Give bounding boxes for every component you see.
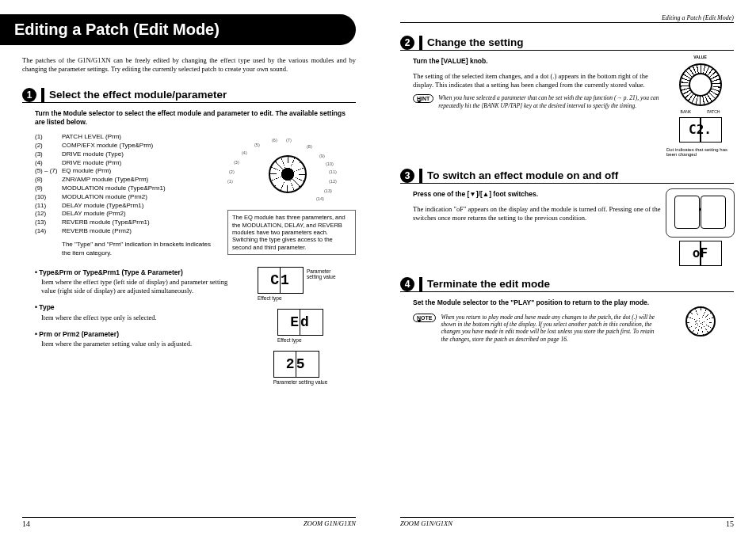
module-list-item: (13)REVERB module (Type&Prm1): [35, 219, 178, 227]
value-knob-icon: [679, 63, 722, 106]
step4-instruction: Set the Module selector to the "PLAY" po…: [413, 298, 662, 307]
caption-effect-type-1: Effect type: [258, 295, 304, 301]
footer-model-left: ZOOM G1N/G1XN: [304, 519, 356, 528]
step4-heading: 4 Terminate the edit mode: [400, 277, 734, 292]
selector-knob-icon: [269, 155, 307, 193]
module-list-item: (11)DELAY module (Type&Prm1): [35, 202, 178, 211]
step-3-badge: 3: [400, 169, 414, 183]
seg-display-c1: C1: [258, 267, 304, 294]
bullet-body: Item where the effect type only is selec…: [41, 314, 237, 322]
footer-left: 14 ZOOM G1N/G1XN: [22, 517, 356, 528]
step-2-badge: 2: [400, 36, 414, 50]
seg-display-c2: C2.: [679, 117, 722, 143]
step1-instruction: Turn the Module selector to select the e…: [35, 109, 356, 127]
bullet-heading: • Prm or Prm2 (Parameter): [35, 330, 237, 339]
step-1-title: Select the effect module/parameter: [41, 88, 227, 102]
footer-model-right: ZOOM G1N/G1XN: [400, 519, 452, 528]
caption-param-value-1: Parameter setting value: [307, 268, 343, 279]
seg-display-25: 25: [273, 351, 319, 378]
bullet-list: • Type&Prm or Type&Prm1 (Type & Paramete…: [35, 268, 237, 385]
page-title: Editing a Patch (Edit Mode): [0, 14, 356, 45]
step2-body: The setting of the selected item changes…: [413, 72, 662, 89]
seg-display-of: oF: [679, 241, 722, 266]
step2-heading: 2 Change the setting: [400, 36, 734, 51]
module-list: (1)PATCH LEVEL (Prm)(2)COMP/EFX module (…: [35, 133, 178, 236]
step4-note: When you return to play mode and have ma…: [441, 314, 662, 344]
intro-paragraph: The patches of the G1N/G1XN can be freel…: [22, 56, 356, 74]
note-bubble: NOTE: [413, 314, 436, 322]
footswitch-down-icon: [674, 196, 700, 229]
module-list-item: (10)MODULATION module (Prm2): [35, 193, 178, 202]
footswitch-up-icon: [701, 196, 726, 229]
step3-heading: 3 To switch an effect module on and off: [400, 169, 734, 184]
step2-hint: When you have selected a parameter that …: [438, 94, 662, 109]
caption-effect-type-2: Effect type: [277, 337, 323, 343]
bullet-heading: • Type&Prm or Type&Prm1 (Type & Paramete…: [35, 268, 237, 277]
step3-instruction: Press one of the [▼]/[▲] foot switches.: [413, 190, 662, 199]
bullet-body: Item where the effect type (left side of…: [41, 278, 237, 295]
selector-knob-small-icon: [685, 306, 716, 336]
page-number-15: 15: [726, 519, 734, 528]
module-list-item: (14)REVERB module (Prm2): [35, 227, 178, 236]
running-header: Editing a Patch (Edit Mode): [400, 14, 734, 23]
step-3-title: To switch an effect module on and off: [419, 169, 618, 183]
module-list-item: (3)DRIVE module (Type): [35, 150, 178, 159]
bullet-body: Item where the parameter setting value o…: [41, 340, 237, 348]
step-4-title: Terminate the edit mode: [419, 277, 550, 291]
caption-param-value-2: Parameter setting value: [273, 379, 328, 385]
dot-caption: Dot indicates that setting has been chan…: [666, 147, 734, 158]
eq-note-box: The EQ module has three parameters, and …: [227, 210, 356, 255]
step2-instruction: Turn the [VALUE] knob.: [413, 57, 662, 66]
step-2-title: Change the setting: [419, 36, 524, 50]
module-note: The "Type" and "Prm" indication in brack…: [62, 241, 220, 258]
selector-play-figure: [669, 297, 732, 344]
module-list-item: (8)ZNR/AMP module (Type&Prm): [35, 176, 178, 184]
step1-heading: 1 Select the effect module/parameter: [22, 88, 356, 103]
module-list-item: (1)PATCH LEVEL (Prm): [35, 133, 178, 142]
page-number-14: 14: [22, 519, 30, 528]
step-1-badge: 1: [22, 88, 36, 102]
module-selector-figure: (1) (2) (3) (4) (5) (6) (7) (8) (9) (10)…: [227, 133, 346, 208]
step-4-badge: 4: [400, 277, 414, 291]
module-list-item: (4)DRIVE module (Prm): [35, 159, 178, 168]
footswitch-figure: [666, 188, 735, 238]
display-examples: C1 Effect type Parameter setting value E…: [245, 265, 356, 385]
module-list-item: (2)COMP/EFX module (Type&Prm): [35, 142, 178, 150]
hint-bubble: HINT: [413, 94, 433, 103]
bullet-heading: • Type: [35, 303, 237, 312]
module-list-item: (9)MODULATION module (Type&Prm1): [35, 184, 178, 193]
value-label: VALUE: [693, 55, 707, 60]
module-list-item: (5) – (7)EQ module (Prm): [35, 167, 178, 176]
footer-right: ZOOM G1N/G1XN 15: [400, 517, 734, 528]
step3-body: The indication "oF" appears on the displ…: [413, 205, 662, 222]
seg-display-ed: Ed: [277, 309, 323, 336]
module-list-item: (12)DELAY module (Prm2): [35, 210, 178, 219]
